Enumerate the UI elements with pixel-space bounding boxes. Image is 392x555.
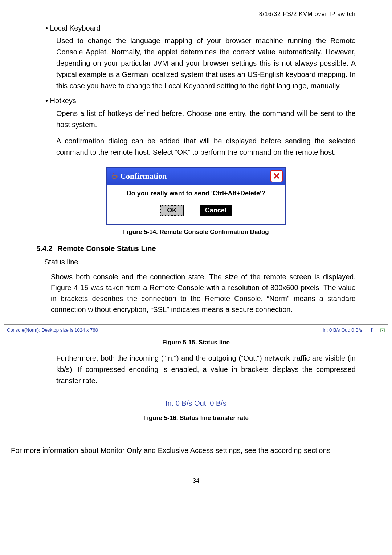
status-bar: Console(Norm): Desktop size is 1024 x 76… bbox=[4, 324, 388, 335]
bullet-local-keyboard: Local Keyboard bbox=[45, 24, 356, 32]
dialog-titlebar[interactable]: Confirmation ✕ bbox=[107, 168, 285, 185]
exclusive-access-icon[interactable] bbox=[380, 327, 385, 332]
java-icon bbox=[111, 173, 118, 180]
ok-button[interactable]: OK bbox=[160, 205, 183, 216]
status-right-text: In: 0 B/s Out: 0 B/s bbox=[319, 325, 366, 335]
close-icon: ✕ bbox=[273, 172, 280, 181]
svg-rect-1 bbox=[371, 329, 372, 332]
section-5-4-2-title: 5.4.2Remote Console Status Line bbox=[36, 244, 356, 253]
close-button[interactable]: ✕ bbox=[270, 170, 283, 182]
figure-15-caption: Figure 5-15. Status line bbox=[36, 339, 356, 346]
transfer-rate-box: In: 0 B/s Out: 0 B/s bbox=[160, 397, 232, 410]
page-number: 34 bbox=[0, 478, 392, 484]
svg-point-0 bbox=[371, 328, 373, 330]
hotkeys-body-2: A confirmation dialog can be added that … bbox=[56, 135, 356, 158]
svg-point-3 bbox=[382, 330, 383, 331]
furthermore-body: Furthermore, both the incoming (“In:“) a… bbox=[56, 353, 356, 386]
status-left-text: Console(Norm): Desktop size is 1024 x 76… bbox=[4, 325, 319, 335]
confirmation-dialog: Confirmation ✕ Do you really want to sen… bbox=[106, 167, 286, 225]
section-number: 5.4.2 bbox=[36, 244, 52, 252]
cancel-button[interactable]: Cancel bbox=[200, 205, 232, 216]
dialog-message: Do you really want to send 'Ctrl+Alt+Del… bbox=[113, 190, 279, 197]
bullet-hotkeys: Hotkeys bbox=[45, 97, 356, 105]
section-name: Remote Console Status Line bbox=[57, 244, 156, 252]
status-line-heading: Status line bbox=[44, 258, 356, 266]
status-icons bbox=[366, 325, 388, 335]
page-header: 8/16/32 PS/2 KVM over IP switch bbox=[36, 11, 356, 17]
local-keyboard-body: Used to change the language mapping of y… bbox=[56, 35, 356, 92]
more-info-line: For more information about Monitor Only … bbox=[0, 445, 392, 456]
dialog-title: Confirmation bbox=[118, 171, 270, 181]
monitor-only-icon[interactable] bbox=[369, 327, 374, 332]
hotkeys-body-1: Opens a list of hotkeys defined before. … bbox=[56, 108, 356, 130]
status-line-body: Shows both console and the connection st… bbox=[51, 271, 356, 315]
svg-rect-4 bbox=[380, 328, 385, 329]
figure-16-caption: Figure 5-16. Status line transfer rate bbox=[36, 414, 356, 422]
figure-14-caption: Figure 5-14. Remote Console Confirmation… bbox=[36, 228, 356, 236]
